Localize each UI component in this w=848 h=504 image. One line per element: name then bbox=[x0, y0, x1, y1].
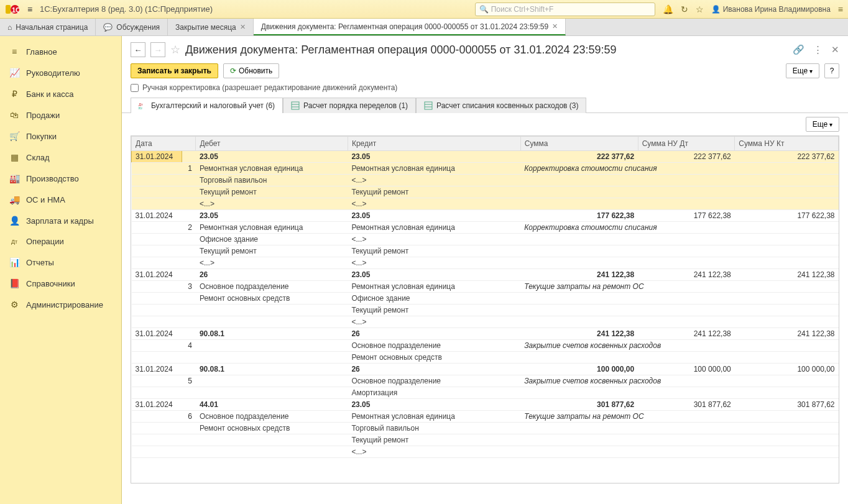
entry-debit-analytic: Ремонт основных средств bbox=[196, 293, 348, 305]
entry-debit-analytic: Офисное здание bbox=[196, 234, 348, 245]
entry-row[interactable]: 31.01.202444.0123.05301 877,62301 877,62… bbox=[132, 399, 839, 411]
col-sum[interactable]: Сумма bbox=[520, 137, 638, 151]
entry-debit-account: 90.08.1 bbox=[196, 328, 348, 340]
admin-icon: ⚙ bbox=[9, 300, 20, 309]
entry-row[interactable]: 31.01.202490.08.126100 000,00100 000,001… bbox=[132, 364, 839, 375]
manager-icon: 📈 bbox=[9, 68, 20, 78]
user-menu[interactable]: 👤 Иванова Ирина Владимировна bbox=[711, 5, 831, 14]
help-button[interactable]: ? bbox=[824, 63, 839, 78]
entry-credit-account: 26 bbox=[348, 328, 520, 340]
entry-detail-row[interactable]: <...> bbox=[132, 316, 839, 328]
tab-discussions[interactable]: 💬 Обсуждения bbox=[96, 19, 168, 35]
entry-detail-row[interactable]: Ремонт основных средствОфисное здание bbox=[132, 293, 839, 305]
entry-detail-row[interactable]: Текущий ремонт bbox=[132, 305, 839, 316]
entry-debit-analytic bbox=[196, 434, 348, 446]
app-logo-icon: 1С bbox=[5, 3, 20, 16]
sidebar-item-warehouse[interactable]: ▦Склад bbox=[0, 147, 121, 168]
entry-debit-account: 90.08.1 bbox=[196, 364, 348, 375]
entry-detail-row[interactable]: Ремонт основных средствТорговый павильон bbox=[132, 423, 839, 434]
sidebar-item-assets[interactable]: 🚚ОС и НМА bbox=[0, 189, 121, 210]
entry-detail-row[interactable]: 1Ремонтная условная единицаРемонтная усл… bbox=[132, 163, 839, 175]
close-panel-icon[interactable]: ✕ bbox=[831, 44, 839, 55]
more-button[interactable]: Еще bbox=[786, 63, 819, 78]
discussions-icon: 💬 bbox=[103, 23, 113, 32]
nav-forward-button[interactable]: → bbox=[150, 42, 165, 57]
tab-redistribution-order[interactable]: Расчет порядка переделов (1) bbox=[283, 98, 416, 113]
col-date[interactable]: Дата bbox=[132, 137, 196, 151]
col-debit[interactable]: Дебет bbox=[196, 137, 348, 151]
tab-month-close[interactable]: Закрытие месяца ✕ bbox=[168, 19, 254, 35]
entry-detail-row[interactable]: 4Основное подразделениеЗакрытие счетов к… bbox=[132, 340, 839, 352]
document-header: ← → ☆ Движения документа: Регламентная о… bbox=[122, 36, 848, 61]
sidebar-item-admin[interactable]: ⚙Администрирование bbox=[0, 294, 121, 315]
entry-detail-row[interactable]: Офисное здание<...> bbox=[132, 234, 839, 245]
sidebar-item-catalogs[interactable]: 📕Справочники bbox=[0, 273, 121, 294]
entry-row[interactable]: 31.01.202423.0523.05222 377,62222 377,62… bbox=[132, 151, 839, 163]
entry-row[interactable]: 31.01.202423.0523.05177 622,38177 622,38… bbox=[132, 210, 839, 222]
sidebar-item-purchases[interactable]: 🛒Покупки bbox=[0, 126, 121, 147]
col-sum-nu-kt[interactable]: Сумма НУ Кт bbox=[735, 137, 839, 151]
entry-credit-analytic: Офисное здание bbox=[348, 293, 520, 305]
title-bar: 1С ≡ 1С:Бухгалтерия 8 (ред. 3.0) (1С:Пре… bbox=[0, 0, 848, 19]
entry-detail-row[interactable]: Текущий ремонтТекущий ремонт bbox=[132, 186, 839, 198]
entry-detail-row[interactable]: Амортизация bbox=[132, 387, 839, 399]
history-icon[interactable]: ↻ bbox=[681, 4, 688, 14]
save-close-button[interactable]: Записать и закрыть bbox=[131, 63, 218, 78]
bell-icon[interactable]: 🔔 bbox=[663, 4, 673, 14]
link-icon[interactable]: 🔗 bbox=[793, 44, 804, 55]
manual-correction-row: Ручная корректировка (разрешает редактир… bbox=[122, 83, 848, 97]
close-icon[interactable]: ✕ bbox=[240, 23, 246, 31]
tab-accounting[interactable]: ДтКт Бухгалтерский и налоговый учет (6) bbox=[131, 98, 283, 113]
sidebar-item-sales[interactable]: 🛍Продажи bbox=[0, 104, 121, 126]
col-credit[interactable]: Кредит bbox=[348, 137, 520, 151]
entry-debit-analytic bbox=[196, 387, 348, 399]
entry-detail-row[interactable]: Текущий ремонт bbox=[132, 434, 839, 446]
sidebar-item-manager[interactable]: 📈Руководителю bbox=[0, 62, 121, 83]
entry-description: Закрытие счетов косвенных расходов bbox=[520, 375, 838, 387]
entry-detail-row[interactable]: Ремонт основных средств bbox=[132, 352, 839, 364]
close-icon[interactable]: ✕ bbox=[552, 22, 558, 30]
more-menu-icon[interactable]: ≡ bbox=[838, 4, 843, 14]
sidebar-item-production[interactable]: 🏭Производство bbox=[0, 168, 121, 189]
entry-sum: 301 877,62 bbox=[520, 399, 638, 411]
main-menu-icon[interactable]: ≡ bbox=[24, 4, 36, 14]
entry-credit-analytic: Ремонтная условная единица bbox=[348, 163, 520, 175]
entries-grid: Дата Дебет Кредит Сумма Сумма НУ Дт Сумм… bbox=[131, 136, 839, 458]
sidebar-item-hr[interactable]: 👤Зарплата и кадры bbox=[0, 210, 121, 231]
manual-correction-checkbox[interactable] bbox=[131, 84, 139, 92]
col-sum-nu-dt[interactable]: Сумма НУ Дт bbox=[638, 137, 735, 151]
entry-row[interactable]: 31.01.20242623.05241 122,38241 122,38241… bbox=[132, 269, 839, 281]
entry-detail-row[interactable]: <...> bbox=[132, 446, 839, 458]
entry-date: 31.01.2024 bbox=[132, 364, 182, 375]
entry-detail-row[interactable]: Торговый павильон<...> bbox=[132, 175, 839, 186]
main-icon: ≡ bbox=[9, 47, 20, 57]
global-search-input[interactable]: 🔍 Поиск Ctrl+Shift+F bbox=[475, 2, 655, 16]
entry-detail-row[interactable]: <...><...> bbox=[132, 198, 839, 210]
favorite-star-icon[interactable]: ☆ bbox=[170, 43, 180, 57]
sidebar-item-operations[interactable]: ДтОперации bbox=[0, 231, 121, 252]
grid-more-button[interactable]: Еще bbox=[806, 117, 839, 132]
sidebar-item-reports[interactable]: 📊Отчеты bbox=[0, 252, 121, 273]
entry-detail-row[interactable]: 3Основное подразделениеРемонтная условна… bbox=[132, 281, 839, 293]
nav-back-button[interactable]: ← bbox=[131, 42, 145, 57]
entry-detail-row[interactable]: 6Основное подразделениеРемонтная условна… bbox=[132, 411, 839, 423]
entry-debit-analytic bbox=[196, 352, 348, 364]
star-icon[interactable]: ☆ bbox=[696, 4, 704, 14]
entry-detail-row[interactable]: 2Ремонтная условная единицаРемонтная усл… bbox=[132, 222, 839, 234]
entry-detail-row[interactable]: 5Основное подразделениеЗакрытие счетов к… bbox=[132, 375, 839, 387]
kebab-icon[interactable]: ⋮ bbox=[813, 44, 823, 55]
entry-credit-account: 23.05 bbox=[348, 269, 520, 281]
entry-sum: 241 122,38 bbox=[520, 269, 638, 281]
entry-detail-row[interactable]: <...><...> bbox=[132, 257, 839, 269]
tab-indirect-costs[interactable]: Расчет списания косвенных расходов (3) bbox=[416, 98, 586, 113]
entry-detail-row[interactable]: Текущий ремонтТекущий ремонт bbox=[132, 245, 839, 257]
tab-home[interactable]: ⌂ Начальная страница bbox=[0, 19, 96, 35]
svg-text:Кт: Кт bbox=[139, 106, 142, 110]
refresh-button[interactable]: Обновить bbox=[223, 63, 279, 78]
tab-document-movements[interactable]: Движения документа: Регламентная операци… bbox=[254, 19, 566, 35]
entry-row[interactable]: 31.01.202490.08.126241 122,38241 122,382… bbox=[132, 328, 839, 340]
sidebar-item-bank[interactable]: ₽Банк и касса bbox=[0, 83, 121, 104]
entry-sum: 100 000,00 bbox=[520, 364, 638, 375]
sidebar-item-main[interactable]: ≡Главное bbox=[0, 41, 121, 62]
entries-grid-wrap[interactable]: Дата Дебет Кредит Сумма Сумма НУ Дт Сумм… bbox=[131, 135, 839, 483]
